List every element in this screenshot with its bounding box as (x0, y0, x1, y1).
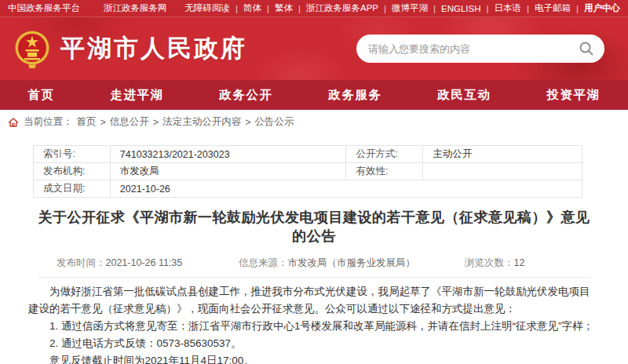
body-paragraph-intro: 为做好浙江省第一批低碳试点县创建工作，推进我市分布式光伏建设，我局起草了《平湖市… (28, 283, 600, 318)
disclosure-method-value: 主动公开 (423, 146, 582, 163)
home-icon (8, 117, 19, 128)
topbar-link-zhejiang-app[interactable]: 浙江政务服务APP (306, 2, 378, 14)
document-date-label: 成文日期: (34, 180, 111, 198)
meta-divider (38, 277, 590, 278)
topbar-right-links: 无障碍阅读 | 简体 | 繁体 | 浙江政务服务APP | 微博平湖 | ENG… (184, 2, 620, 14)
nav-item-home[interactable]: 首页 (28, 87, 55, 104)
topbar-link-zhejiang-gov-service[interactable]: 浙江政务服务网 (104, 2, 167, 14)
publish-time: 发布时间：2021-10-26 11:35 (57, 257, 239, 270)
view-count-label: 浏览次数： (465, 257, 514, 268)
issuing-agency-value: 市发改局 (110, 163, 346, 180)
topbar-link-accessibility[interactable]: 无障碍阅读 (184, 2, 230, 14)
publish-time-value: 2021-10-26 11:35 (106, 257, 183, 268)
info-source: 信息来源：市发改局（市服务业发展局） (239, 257, 465, 270)
nav-item-gov-services[interactable]: 政务服务 (329, 87, 382, 104)
body-paragraph-phone-feedback: 2. 通过电话方式反馈：0573-85630537。 (28, 335, 600, 352)
main-nav: 首页 走进平湖 政务公开 政务服务 政民互动 投资平湖 (0, 80, 628, 110)
page: 中国政务服务平台 浙江政务服务网 无障碍阅读 | 简体 | 繁体 | 浙江政务服… (0, 0, 628, 364)
breadcrumb-label: 当前位置： (24, 115, 73, 129)
disclosure-method-label: 公开方式: (346, 146, 423, 163)
topbar-divider: | (487, 4, 489, 13)
topbar-link-simplified-chinese[interactable]: 简体 (243, 2, 261, 14)
topbar-link-china-gov-platform[interactable]: 中国政务服务平台 (8, 2, 80, 14)
document-date-value: 2021-10-26 (110, 180, 582, 198)
topbar-divider: | (384, 4, 386, 13)
site-brand[interactable]: 平湖市人民政府 (14, 28, 247, 69)
article-meta: 发布时间：2021-10-26 11:35 信息来源：市发改局（市服务业发展局）… (57, 257, 628, 270)
issuing-agency-label: 发布机构: (34, 163, 111, 180)
topbar-link-english[interactable]: ENGLISH (441, 4, 481, 13)
article-body: 为做好浙江省第一批低碳试点县创建工作，推进我市分布式光伏建设，我局起草了《平湖市… (28, 283, 600, 364)
breadcrumb: 当前位置： 首页 > 信息公开 > 法定主动公开内容 > 公告公示 (0, 110, 628, 133)
table-row: 成文日期: 2021-10-26 (34, 180, 582, 198)
breadcrumb-item-info-disclosure[interactable]: 信息公开 (110, 115, 149, 129)
content-area: 索引号: 741033213/2021-203023 公开方式: 主动公开 发布… (0, 145, 628, 364)
search-box (356, 35, 604, 63)
nav-item-invest-pinghu[interactable]: 投资平湖 (547, 87, 601, 104)
topbar-divider: | (576, 4, 579, 13)
view-count: 浏览次数：12 (465, 257, 524, 270)
search-icon[interactable] (579, 41, 594, 56)
national-emblem-logo (14, 28, 50, 69)
validity-label: 有效性: (346, 163, 423, 180)
nav-item-public-interaction[interactable]: 政民互动 (438, 87, 491, 104)
site-title: 平湖市人民政府 (60, 32, 247, 65)
topbar-divider: | (298, 4, 301, 13)
body-paragraph-deadline: 意见反馈截止时间为2021年11月4日17:00。 (28, 352, 600, 364)
body-paragraph-mail-feedback: 1. 通过信函方式将意见寄至：浙江省平湖市行政中心1号楼发展和改革局能源科，并请… (28, 318, 600, 335)
table-row: 索引号: 741033213/2021-203023 公开方式: 主动公开 (34, 146, 582, 163)
info-source-label: 信息来源： (239, 257, 288, 268)
topbar-link-email[interactable]: 电子邮箱 (535, 2, 571, 14)
topbar-link-traditional-chinese[interactable]: 繁体 (275, 2, 293, 14)
info-source-value: 市发改局（市服务业发展局） (288, 257, 416, 268)
breadcrumb-separator: > (100, 117, 106, 128)
nav-item-about-pinghu[interactable]: 走进平湖 (111, 87, 164, 104)
topbar-link-weibo-pinghu[interactable]: 微博平湖 (392, 2, 428, 14)
topbar-divider: | (267, 4, 269, 13)
breadcrumb-separator: > (153, 117, 159, 128)
site-header: 平湖市人民政府 (0, 17, 628, 80)
topbar: 中国政务服务平台 浙江政务服务网 无障碍阅读 | 简体 | 繁体 | 浙江政务服… (0, 0, 628, 17)
topbar-left-links: 中国政务服务平台 浙江政务服务网 (8, 2, 167, 14)
page-title: 关于公开征求《平湖市新一轮鼓励光伏发电项目建设的若干意见（征求意见稿）》意见的公… (31, 208, 597, 246)
document-info-table: 索引号: 741033213/2021-203023 公开方式: 主动公开 发布… (33, 145, 582, 198)
breadcrumb-item-home[interactable]: 首页 (77, 115, 97, 129)
topbar-divider: | (236, 4, 238, 13)
search-input[interactable] (367, 42, 579, 56)
topbar-link-user-center[interactable]: 用户中心 (584, 2, 620, 14)
index-number-value: 741033213/2021-203023 (110, 146, 346, 163)
index-number-label: 索引号: (34, 146, 111, 163)
nav-item-gov-disclosure[interactable]: 政务公开 (220, 87, 273, 104)
breadcrumb-item-announcements[interactable]: 公告公示 (254, 115, 294, 129)
topbar-link-japanese[interactable]: 日本语 (495, 2, 522, 14)
topbar-divider: | (433, 4, 436, 13)
publish-time-label: 发布时间： (57, 257, 106, 268)
validity-value (423, 163, 582, 180)
breadcrumb-item-statutory-disclosure[interactable]: 法定主动公开内容 (162, 115, 241, 129)
breadcrumb-separator: > (245, 117, 250, 128)
view-count-value: 12 (514, 257, 525, 268)
table-row: 发布机构: 市发改局 有效性: (34, 163, 582, 180)
topbar-divider: | (527, 4, 529, 13)
